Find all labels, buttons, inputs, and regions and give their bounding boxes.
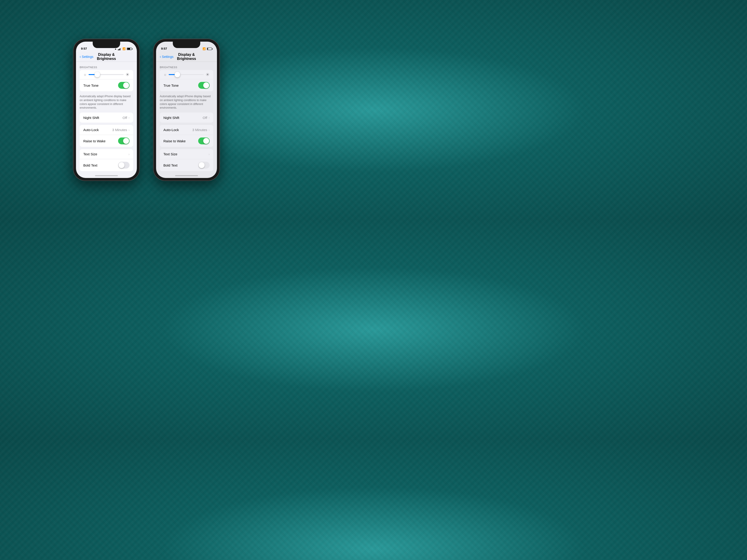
battery-icon-1 [127, 48, 132, 50]
raise-to-wake-toggle-1[interactable] [118, 137, 130, 144]
night-shift-chevron-1: › [128, 116, 130, 119]
text-size-row-2[interactable]: Text Size › [160, 149, 213, 159]
true-tone-description-2: Automatically adapt iPhone display based… [160, 95, 213, 110]
brightness-thumb-2 [175, 72, 180, 77]
true-tone-row-1: True Tone [80, 79, 133, 91]
text-size-chevron-2: › [208, 152, 210, 156]
notch-2 [173, 42, 200, 48]
nav-title-2: Display & Brightness [174, 53, 200, 61]
bold-text-label-2: Bold Text [163, 163, 198, 167]
auto-lock-row-2[interactable]: Auto-Lock 3 Minutes › [160, 125, 213, 135]
nav-bar-1: ‹ Settings Display & Brightness [76, 52, 137, 62]
true-tone-description-row-1: Automatically adapt iPhone display based… [76, 94, 137, 112]
bold-text-toggle-1[interactable] [118, 162, 130, 168]
auto-lock-chevron-2: › [208, 128, 210, 132]
back-button-2[interactable]: ‹ Settings [160, 55, 174, 59]
battery-icon-2 [207, 48, 212, 50]
true-tone-toggle-1[interactable] [118, 82, 130, 89]
battery-fill-2 [207, 48, 208, 50]
status-time-1: 9:57 [81, 47, 87, 50]
true-tone-row-2: True Tone [160, 79, 213, 91]
night-shift-label-2: Night Shift [163, 116, 203, 119]
night-shift-label-1: Night Shift [83, 116, 123, 119]
brightness-slider-2[interactable] [169, 74, 204, 75]
status-icons-2: 📶 [203, 47, 212, 50]
iphone-frame-1: 9:57 ▲ 📶 ‹ [73, 39, 139, 181]
text-size-row-1[interactable]: Text Size › [80, 149, 133, 159]
raise-to-wake-knob-2 [203, 138, 209, 144]
phone-1: 9:57 ▲ 📶 ‹ [73, 39, 139, 181]
iphone-screen-1: 9:57 ▲ 📶 ‹ [76, 42, 137, 178]
brightness-high-icon-2: ☀ [206, 72, 210, 77]
phone-2: 9:57 📶 ‹ Settings Display & Brightness [153, 39, 220, 181]
auto-lock-value-1: 3 Minutes [112, 128, 127, 132]
night-shift-row-1[interactable]: Night Shift Off › [80, 112, 133, 123]
wifi-icon-1: 📶 [123, 47, 126, 50]
raise-to-wake-label-2: Raise to Wake [163, 139, 198, 143]
brightness-group-2: ☼ ☀ True Tone [160, 70, 213, 91]
back-chevron-2: ‹ [160, 55, 161, 59]
status-time-2: 9:57 [161, 47, 167, 50]
iphone-screen-2: 9:57 📶 ‹ Settings Display & Brightness [156, 42, 217, 178]
brightness-high-icon-1: ☀ [125, 72, 130, 77]
notch-1 [93, 42, 120, 48]
brightness-low-icon-2: ☼ [163, 73, 167, 77]
signal-bar-3 [120, 48, 120, 50]
signal-bar-2 [119, 49, 120, 50]
nav-bar-2: ‹ Settings Display & Brightness [156, 52, 217, 62]
wifi-icon-2: 📶 [203, 47, 206, 50]
signal-bar-4 [121, 48, 121, 50]
raise-to-wake-row-1: Raise to Wake [80, 135, 133, 147]
raise-to-wake-knob-1 [123, 138, 129, 144]
text-group-2: Text Size › Bold Text [160, 149, 213, 171]
status-icons-1: ▲ 📶 [114, 47, 132, 50]
auto-lock-group-2: Auto-Lock 3 Minutes › Raise to Wake [160, 125, 213, 147]
signal-bar-1 [118, 49, 119, 50]
nav-title-1: Display & Brightness [93, 53, 120, 61]
auto-lock-chevron-1: › [128, 128, 130, 132]
brightness-row-1: ☼ ☀ [80, 70, 133, 79]
home-indicator-1 [95, 175, 118, 176]
brightness-section-header-1: BRIGHTNESS [76, 62, 137, 70]
raise-to-wake-row-2: Raise to Wake [160, 135, 213, 147]
true-tone-label-2: True Tone [163, 83, 198, 87]
raise-to-wake-label-1: Raise to Wake [83, 139, 118, 143]
true-tone-knob-1 [123, 82, 129, 88]
text-size-chevron-1: › [128, 152, 130, 156]
settings-content-1: BRIGHTNESS ☼ ☀ True Tone [76, 62, 137, 174]
signal-bars-1 [118, 48, 121, 50]
brightness-low-icon-1: ☼ [83, 73, 87, 77]
back-label-1: Settings [82, 55, 93, 58]
brightness-group-1: ☼ ☀ True Tone [80, 70, 133, 91]
night-shift-row-2[interactable]: Night Shift Off › [160, 112, 213, 123]
night-shift-chevron-2: › [208, 116, 210, 119]
bold-text-label-1: Bold Text [83, 163, 118, 167]
true-tone-knob-2 [203, 82, 209, 88]
raise-to-wake-toggle-2[interactable] [198, 137, 210, 144]
back-label-2: Settings [162, 55, 174, 58]
true-tone-toggle-2[interactable] [198, 82, 210, 89]
bold-text-knob-2 [199, 162, 205, 168]
back-chevron-1: ‹ [80, 55, 81, 59]
night-shift-group-1: Night Shift Off › [80, 112, 133, 123]
auto-lock-label-2: Auto-Lock [163, 128, 192, 132]
bold-text-knob-1 [119, 162, 125, 168]
auto-lock-row-1[interactable]: Auto-Lock 3 Minutes › [80, 125, 133, 135]
true-tone-description-row-2: Automatically adapt iPhone display based… [156, 94, 217, 112]
bold-text-toggle-2[interactable] [198, 162, 210, 168]
true-tone-description-1: Automatically adapt iPhone display based… [80, 95, 133, 110]
brightness-thumb-1 [95, 72, 100, 77]
bold-text-row-2: Bold Text [160, 159, 213, 171]
settings-content-2: BRIGHTNESS ☼ ☀ True Tone [156, 62, 217, 174]
brightness-slider-1[interactable] [88, 74, 124, 75]
brightness-section-header-2: BRIGHTNESS [156, 62, 217, 70]
bold-text-row-1: Bold Text [80, 159, 133, 171]
back-button-1[interactable]: ‹ Settings [80, 55, 93, 59]
text-group-1: Text Size › Bold Text [80, 149, 133, 171]
text-size-label-2: Text Size [163, 152, 208, 156]
text-size-label-1: Text Size [83, 152, 128, 156]
auto-lock-label-1: Auto-Lock [83, 128, 112, 132]
brightness-row-2: ☼ ☀ [160, 70, 213, 79]
home-indicator-2 [175, 175, 198, 176]
auto-lock-value-2: 3 Minutes [192, 128, 207, 132]
